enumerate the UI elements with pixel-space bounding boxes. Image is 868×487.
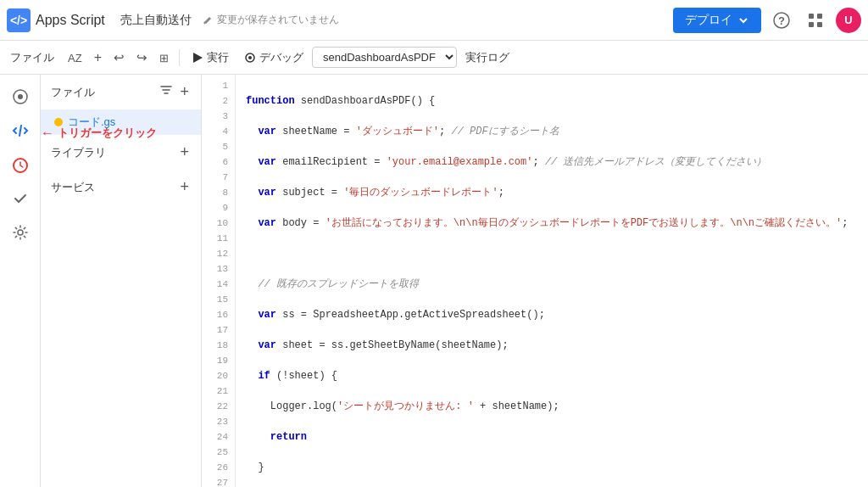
chevron-down-icon [737,14,749,26]
code-line-9: var sheet = ss.getSheetByName(sheetName)… [246,338,868,353]
run-label: 実行 [207,50,229,65]
help-button[interactable]: ? [768,8,795,32]
debug-label: デバッグ [259,50,303,65]
unsaved-status: 変更が保存されていません [202,13,339,27]
code-line-6 [246,246,868,261]
code-line-3: var emailRecipient = 'your.email@example… [246,154,868,170]
svg-point-14 [18,230,23,235]
editor-content[interactable]: 1 2 3 4 5 6 7 8 9 10 11 12 13 14 15 16 1… [202,75,868,487]
app-logo: </> Apps Script [7,8,105,32]
run-icon [192,52,203,64]
svg-point-12 [18,94,23,99]
file-menu-button[interactable]: ファイル [3,47,61,69]
secondary-toolbar: ファイル AZ + ↩ ↪ ⊞ 実行 デバッグ sendDashboardAsP… [0,41,868,75]
app-name-label: Apps Script [36,13,105,28]
toolbar-separator [179,49,180,66]
sidebar-settings-icon[interactable] [5,217,36,248]
format-button[interactable]: ⊞ [154,47,174,69]
svg-rect-4 [809,14,814,19]
sidebar-check-icon[interactable] [5,183,36,214]
sidebar-code-icon[interactable] [5,115,36,146]
library-section-header[interactable]: ライブラリ + [41,135,201,170]
add-file-button[interactable]: + [89,47,107,69]
files-section-header[interactable]: ファイル + [41,75,201,109]
services-section-header[interactable]: サービス + [41,170,201,204]
topbar: </> Apps Script 売上自動送付 変更が保存されていません デプロイ… [0,0,868,41]
add-service-button[interactable]: + [178,176,191,198]
svg-text:?: ? [778,14,785,27]
code-line-8: var ss = SpreadsheetApp.getActiveSpreads… [246,307,868,322]
file-item-label: コード.gs [68,115,115,130]
apps-grid-button[interactable] [802,8,829,32]
unsaved-label: 変更が保存されていません [217,13,339,27]
file-item-code-gs[interactable]: コード.gs [41,109,201,135]
debug-button[interactable]: デバッグ [237,47,310,69]
file-dot-indicator [54,118,63,126]
debug-icon [244,52,256,64]
code-line-11: Logger.log('シートが見つかりません: ' + sheetName); [246,399,868,414]
code-line-1: function sendDashboardAsPDF() { [246,93,868,109]
code-editor[interactable]: function sendDashboardAsPDF() { var shee… [236,75,868,487]
svg-rect-5 [817,14,822,19]
sort-az-button[interactable]: AZ [63,47,87,69]
svg-marker-8 [193,53,203,63]
code-line-12: return [246,429,868,445]
editor-area[interactable]: 1 2 3 4 5 6 7 8 9 10 11 12 13 14 15 16 1… [202,75,868,487]
icon-sidebar [0,75,41,487]
code-line-10: if (!sheet) { [246,368,868,383]
code-line-4: var subject = '毎日のダッシュボードレポート'; [246,185,868,200]
function-selector[interactable]: sendDashboardAsPDF [312,47,457,68]
add-library-button[interactable]: + [178,142,191,163]
line-numbers: 1 2 3 4 5 6 7 8 9 10 11 12 13 14 15 16 1… [202,75,236,487]
file-sidebar: ファイル + コード.gs ライブラリ + サービス [41,75,202,487]
main-layout: ← トリガーをクリック ファイル + コード.gs ライブラリ [0,75,868,487]
svg-point-10 [248,56,252,59]
code-line-7: // 既存のスプレッドシートを取得 [246,277,868,292]
deploy-button[interactable]: デプロイ [673,8,761,33]
apps-script-logo-icon: </> [7,8,31,32]
help-icon: ? [773,12,790,29]
code-line-2: var sheetName = 'ダッシュボード'; // PDFにするシート名 [246,124,868,139]
project-name-label: 売上自動送付 [120,13,192,28]
execlog-button[interactable]: 実行ログ [459,47,516,69]
add-file-sidebar-button[interactable]: + [178,81,191,103]
code-line-5: var body = 'お世話になっております。\n\n毎日のダッシュボードレポ… [246,216,868,231]
services-label: サービス [51,180,95,195]
sidebar-home-icon[interactable] [5,81,36,112]
services-section: サービス + [41,170,201,204]
files-section: ファイル + コード.gs [41,75,201,135]
run-button[interactable]: 実行 [185,47,236,69]
library-label: ライブラリ [51,145,106,160]
redo-button[interactable]: ↪ [131,47,153,69]
library-section: ライブラリ + [41,135,201,170]
edit-icon [202,14,214,26]
sidebar-clock-icon[interactable] [5,149,36,180]
user-avatar[interactable]: U [836,8,861,33]
files-section-label: ファイル [51,85,95,100]
svg-rect-6 [809,22,814,27]
grid-icon [807,12,824,29]
svg-rect-7 [817,22,822,27]
code-line-13: } [246,460,868,475]
sort-files-button[interactable] [158,81,175,103]
svg-text:</>: </> [10,14,27,27]
undo-button[interactable]: ↩ [108,47,130,69]
